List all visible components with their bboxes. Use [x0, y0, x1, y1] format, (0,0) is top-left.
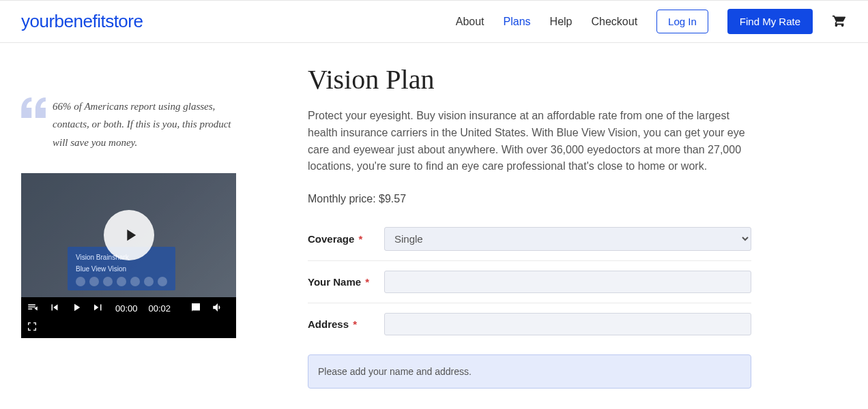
address-label: Address * [308, 318, 384, 330]
alert-message: Please add your name and address. [308, 354, 751, 389]
video-overlay-icons [76, 277, 167, 286]
video-controls: 00:00 00:02 [21, 297, 236, 338]
playlist-icon[interactable] [27, 301, 39, 316]
nav-checkout[interactable]: Checkout [591, 16, 637, 28]
coverage-label: Coverage * [308, 233, 384, 245]
quote-icon [21, 97, 47, 151]
quote-box: 66% of Americans report using glasses, c… [21, 97, 240, 151]
login-button[interactable]: Log In [656, 10, 708, 33]
video-time-total: 00:02 [149, 303, 171, 314]
name-label: Your Name * [308, 276, 384, 288]
svg-point-0 [239, 303, 241, 305]
main-content: Vision Plan Protect your eyesight. Buy v… [308, 63, 751, 409]
cart-icon[interactable] [832, 13, 847, 30]
volume-icon[interactable] [212, 301, 224, 316]
address-input[interactable] [384, 313, 751, 335]
next-icon[interactable] [92, 301, 104, 316]
nav-help[interactable]: Help [550, 16, 573, 28]
video-time-current: 00:00 [115, 303, 138, 314]
svg-point-1 [239, 306, 241, 308]
price-line: Monthly price: $9.57 [308, 193, 751, 205]
coverage-select[interactable]: Single [384, 227, 751, 251]
page-title: Vision Plan [308, 63, 751, 95]
header: yourbenefitstore About Plans Help Checko… [0, 0, 868, 43]
nav-about[interactable]: About [456, 16, 484, 28]
captions-icon[interactable] [190, 301, 202, 316]
name-input[interactable] [384, 271, 751, 293]
play-icon[interactable] [70, 301, 83, 316]
fullscreen-icon[interactable] [27, 321, 38, 334]
video-player: Vision Brainshark Blue View Vision 00:00… [21, 173, 236, 338]
address-row: Address * [308, 303, 751, 345]
find-my-rate-button[interactable]: Find My Rate [727, 9, 813, 34]
nav-plans[interactable]: Plans [504, 16, 531, 28]
sidebar: 66% of Americans report using glasses, c… [21, 97, 240, 409]
video-frame[interactable]: Vision Brainshark Blue View Vision [21, 173, 236, 297]
name-row: Your Name * [308, 261, 751, 303]
play-button[interactable] [104, 210, 154, 260]
quote-text: 66% of Americans report using glasses, c… [53, 97, 240, 151]
video-overlay-line-2: Blue View Vision [76, 265, 167, 273]
more-icon[interactable] [233, 301, 246, 316]
logo[interactable]: yourbenefitstore [21, 11, 143, 32]
coverage-row: Coverage * Single [308, 217, 751, 261]
previous-icon[interactable] [48, 301, 61, 316]
nav-right: About Plans Help Checkout Log In Find My… [456, 9, 847, 34]
svg-point-2 [239, 310, 241, 312]
description: Protect your eyesight. Buy vision insura… [308, 108, 751, 175]
